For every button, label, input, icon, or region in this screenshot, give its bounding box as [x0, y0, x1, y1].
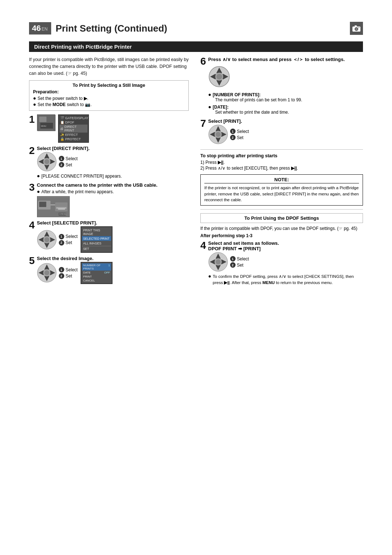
- step-5-body: Select the desired Image.: [37, 256, 189, 284]
- step-4-print-menu-screen: PRINT THIS IMAGE SELECTED PRINT ALL IMAG…: [81, 226, 113, 253]
- dpof-step-4-bullet: ● To confirm the DPOF setting, press ∧/∨…: [208, 273, 363, 285]
- divider-1: [200, 149, 363, 150]
- label-set: Set: [237, 135, 244, 140]
- page-number-box: 46 EN: [29, 22, 51, 35]
- step-3-number: 3: [29, 182, 35, 193]
- badge-1: 1: [230, 129, 236, 134]
- step-2-label-1: 1 Select: [59, 156, 78, 161]
- step-1-camera-graphic: MENU: [37, 114, 55, 131]
- step-2-body: Select [DIRECT PRINT].: [37, 146, 189, 179]
- step-5-controls: 1 Select 2 Set: [37, 263, 78, 283]
- svg-rect-18: [39, 202, 46, 207]
- sub-section-box: To Print by Selecting a Still Image Prep…: [29, 80, 189, 111]
- page-title: Print Setting (Continued): [56, 23, 167, 34]
- step-2-number: 2: [29, 146, 35, 156]
- step-5: 5 Select the desired Image.: [29, 256, 189, 284]
- badge-2: 2: [59, 162, 64, 167]
- badge-2: 2: [230, 262, 236, 268]
- step-7-dpad: [208, 125, 228, 144]
- step-1-number: 1: [29, 114, 35, 125]
- menu-row-5: 🔒 PROTECT: [60, 137, 87, 141]
- step-1-body: MENU 🎬 GATE/DISPLAY 📋 DPOF: [37, 114, 189, 143]
- dpof-intro: If the printer is compatible with DPOF, …: [200, 226, 363, 231]
- svg-point-31: [44, 237, 49, 242]
- bullet: ●: [33, 101, 36, 107]
- prep-item-2-text: Set the MODE switch to 📷.: [37, 102, 91, 107]
- step-7-body: Select [PRINT].: [208, 118, 363, 146]
- step-1: 1 MENU: [29, 114, 189, 143]
- step-3-body: Connect the camera to the printer with t…: [37, 182, 189, 217]
- stop-printing-step-2: 2) Press ∧/∨ to select [EXECUTE], then p…: [200, 166, 363, 171]
- dpof-step-4-dpad: [208, 252, 228, 272]
- step-5-label-2: 2 Set: [59, 273, 78, 279]
- step-5-label-1: 1 Select: [59, 267, 78, 272]
- step-6: 6 Press ∧/∨ to select menus and press ＜/…: [200, 56, 363, 116]
- dpof-after-step: After performing step 1-3: [200, 233, 363, 238]
- stop-printing-step-1: 1) Press ▶||.: [200, 160, 363, 165]
- camera-icon: [350, 22, 363, 35]
- step-6-text: Press ∧/∨ to select menus and press ＜/＞ …: [208, 56, 363, 63]
- step-4-dpad: [37, 230, 57, 250]
- step-2: 2 Select [DIRECT PRINT].: [29, 146, 189, 179]
- step-5-labels: 1 Select 2 Set: [59, 267, 78, 279]
- badge-2: 2: [59, 273, 64, 279]
- ss-row-2: DATE OFF: [82, 271, 111, 275]
- label-select: Select: [66, 234, 78, 239]
- step-4-body: Select [SELECTED PRINT].: [37, 220, 189, 253]
- ss-row-3: PRINT: [82, 275, 111, 279]
- page-number-suffix: EN: [41, 27, 48, 32]
- menu-row-2: 📋 DPOF: [60, 120, 87, 125]
- step-4-labels: 1 Select 2 Set: [59, 234, 78, 246]
- svg-rect-3: [355, 25, 357, 27]
- step-5-settings-screen: NUMBER OF PRINTS 1 DATE OFF PRINT: [81, 262, 113, 284]
- pms-row-4: SET: [82, 246, 111, 251]
- step-2-labels: 1 Select 2 Set: [59, 156, 78, 167]
- label-set: Set: [66, 274, 72, 279]
- step-4-controls-row: 1 Select 2 Set PRINT THIS I: [37, 226, 189, 253]
- note-title: NOTE:: [204, 177, 359, 183]
- step-4-label-2: 2 Set: [59, 240, 78, 246]
- prep-item-2: ● Set the MODE switch to 📷.: [33, 101, 185, 107]
- badge-1: 1: [230, 256, 236, 262]
- step-6-dpad-svg: [208, 66, 230, 88]
- step-3: 3 Connect the camera to the printer with…: [29, 182, 189, 217]
- step-6-body: Press ∧/∨ to select menus and press ＜/＞ …: [208, 56, 363, 116]
- svg-point-2: [355, 28, 358, 30]
- label-set: Set: [237, 263, 244, 268]
- step-2-dpad: [37, 152, 57, 171]
- svg-rect-22: [58, 208, 65, 210]
- step-7-controls: 1 Select 2 Set: [208, 125, 363, 144]
- label-select: Select: [66, 156, 78, 161]
- svg-point-52: [216, 132, 221, 137]
- note-text: If the printer is not recognized, or to …: [204, 185, 359, 203]
- bullet: ●: [33, 95, 36, 101]
- svg-rect-6: [39, 117, 46, 122]
- menu-row-3-direct-print: 🖨 DIRECT PRINT: [60, 125, 87, 133]
- label-select: Select: [237, 129, 249, 134]
- stop-printing-title: To stop printing after printing starts: [200, 153, 363, 158]
- badge-1: 1: [59, 267, 64, 272]
- dpof-step-4-controls: 1 Select 2 Set: [208, 252, 363, 272]
- step-7-labels: 1 Select 2 Set: [230, 129, 249, 140]
- page-number: 46: [32, 24, 41, 33]
- step-5-dpad: [37, 263, 57, 283]
- badge-1: 1: [59, 156, 64, 161]
- label-set: Set: [66, 162, 72, 167]
- step-7: 7 Select [PRINT].: [200, 118, 363, 146]
- step-7-label-2: 2 Set: [230, 135, 249, 140]
- step-7-label-1: 1 Select: [230, 129, 249, 134]
- step-2-label-2: 2 Set: [59, 162, 78, 167]
- section-header: Direct Printing with PictBridge Printer: [29, 41, 363, 52]
- dpof-step-4-bullet-text: To confirm the DPOF setting, press ∧/∨ t…: [213, 274, 363, 285]
- ss-row-1: NUMBER OF PRINTS 1: [82, 263, 111, 271]
- badge-2: 2: [230, 135, 236, 140]
- page-header: 46 EN Print Setting (Continued): [29, 22, 363, 35]
- step-5-text: Select the desired Image.: [37, 256, 189, 261]
- dpof-step-4: 4 Select and set items as follows.DPOF P…: [200, 240, 363, 286]
- badge-2: 2: [59, 240, 64, 246]
- left-column: If your printer is compatible with PictB…: [29, 56, 189, 289]
- step-3-text: Connect the camera to the printer with t…: [37, 182, 189, 188]
- step-7-number: 7: [200, 118, 206, 129]
- intro-text: If your printer is compatible with PictB…: [29, 56, 189, 77]
- dpof-step-4-body: Select and set items as follows.DPOF PRI…: [208, 240, 363, 286]
